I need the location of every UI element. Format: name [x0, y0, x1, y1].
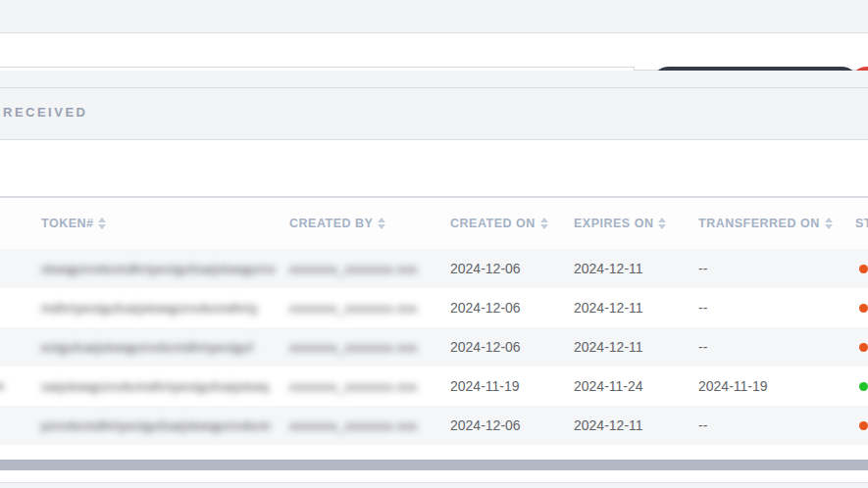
cell-transferred-on: 2024-11-19 — [698, 366, 768, 406]
column-label: CREATED ON — [450, 217, 536, 230]
table-row[interactable]: xkwqpznvbcmdhrtyeslgufoaijxkwqpznvxxxxxx… — [0, 249, 868, 288]
cell-created-by-redacted: xxxxxxx_xxxxxxx.xxx — [289, 366, 418, 406]
cell-token-redacted: oaijxkwqpznvbcmdhrtyeslgufoaijxkwq — [41, 366, 269, 406]
table-row[interactable]: pznvbcmdhrtyeslgufoaijxkwqpznvbcmxxxxxxx… — [0, 406, 868, 445]
column-header-created_by[interactable]: CREATED BY — [289, 198, 385, 249]
tab-received[interactable]: RECEIVED — [3, 105, 87, 120]
tokens-table: TOKEN#CREATED BYCREATED ONEXPIRES ONTRAN… — [0, 196, 868, 445]
cell-created-on: 2024-11-19 — [450, 366, 520, 406]
tab-bar: RECEIVED — [0, 88, 868, 140]
column-label: EXPIRES ON — [574, 217, 653, 230]
sort-icon[interactable] — [825, 218, 833, 229]
column-label: CREATED BY — [289, 217, 373, 230]
column-label: TOKEN# — [41, 217, 93, 230]
cell-transferred-on: -- — [698, 249, 707, 288]
column-label: STATUS — [855, 217, 868, 230]
cell-expires-on: 2024-12-11 — [574, 327, 643, 366]
bottom-band — [0, 483, 868, 488]
transfer-tokens-page: Redeem Transfer Token RECEIVED TOKEN#CRE… — [0, 0, 868, 488]
cell-token-redacted: eslgufoaijxkwqpznvbcmdhrtyeslguf — [41, 327, 253, 366]
cell-created-by-redacted: xxxxxxx_xxxxxxx.xxx — [289, 406, 418, 445]
cell-created-on: 2024-12-06 — [450, 249, 521, 288]
table-row[interactable]: eslgufoaijxkwqpznvbcmdhrtyeslgufxxxxxxx_… — [0, 327, 868, 366]
cell-transferred-on: -- — [698, 406, 707, 445]
column-header-transferred_on[interactable]: TRANSFERRED ON — [698, 198, 833, 249]
cell-created-by-redacted: xxxxxxx_xxxxxxx.xxx — [289, 249, 418, 288]
column-header-token[interactable]: TOKEN# — [41, 198, 106, 249]
cell-created-on: 2024-12-06 — [450, 288, 521, 327]
sort-icon[interactable] — [540, 218, 548, 229]
cell-token-redacted: mdhrtyeslgufoaijxkwqpznvbcmdhrty — [41, 288, 258, 327]
top-band — [0, 0, 868, 33]
table-row[interactable]: xxxoaijxkwqpznvbcmdhrtyeslgufoaijxkwqxxx… — [0, 366, 868, 406]
table-header-row: TOKEN#CREATED BYCREATED ONEXPIRES ONTRAN… — [0, 198, 868, 249]
redacted-edge-label: xxx — [0, 379, 22, 392]
column-header-status: STATUS — [855, 198, 868, 249]
sort-icon[interactable] — [378, 218, 385, 229]
sort-icon[interactable] — [98, 218, 106, 229]
status-dot-transferred — [859, 382, 868, 391]
sort-icon[interactable] — [658, 218, 666, 229]
cell-created-on: 2024-12-06 — [450, 406, 521, 445]
status-dot-pending — [859, 421, 868, 430]
cell-expires-on: 2024-12-11 — [574, 249, 643, 288]
column-header-expires_on[interactable]: EXPIRES ON — [574, 198, 666, 249]
cell-expires-on: 2024-12-11 — [574, 288, 643, 327]
status-dot-pending — [859, 343, 868, 352]
cell-transferred-on: -- — [698, 327, 707, 366]
content-gap — [0, 140, 868, 196]
cell-expires-on: 2024-12-11 — [574, 406, 643, 445]
cell-created-by-redacted: xxxxxxx_xxxxxxx.xxx — [289, 327, 418, 366]
cell-created-on: 2024-12-06 — [450, 327, 521, 366]
table-row[interactable]: mdhrtyeslgufoaijxkwqpznvbcmdhrtyxxxxxxx_… — [0, 288, 868, 327]
cell-token-redacted: xkwqpznvbcmdhrtyeslgufoaijxkwqpznv — [41, 249, 277, 288]
divider-strip — [0, 71, 868, 88]
status-dot-pending — [859, 265, 868, 273]
horizontal-scrollbar-track — [0, 445, 868, 483]
column-header-created_on[interactable]: CREATED ON — [450, 198, 548, 249]
cell-token-redacted: pznvbcmdhrtyeslgufoaijxkwqpznvbcm — [41, 406, 271, 445]
horizontal-scrollbar-thumb[interactable] — [0, 460, 868, 470]
table-body: xkwqpznvbcmdhrtyeslgufoaijxkwqpznvxxxxxx… — [0, 249, 868, 445]
status-dot-pending — [859, 304, 868, 313]
cell-transferred-on: -- — [698, 288, 707, 327]
column-label: TRANSFERRED ON — [698, 217, 820, 230]
cell-expires-on: 2024-11-24 — [574, 366, 643, 406]
toolbar: Redeem Transfer Token — [0, 33, 868, 71]
cell-created-by-redacted: xxxxxxx_xxxxxxx.xxx — [289, 288, 418, 327]
